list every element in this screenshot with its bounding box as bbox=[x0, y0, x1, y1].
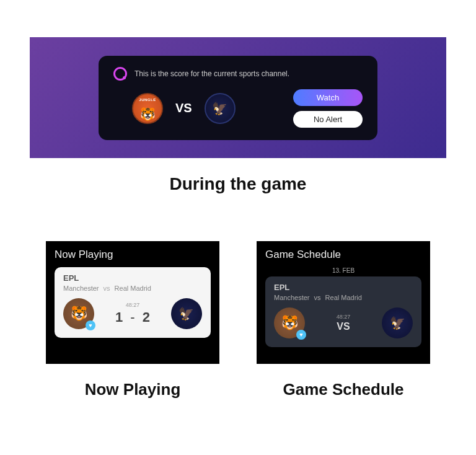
now-playing-panel: Now Playing EPL Manchester vs Real Madri… bbox=[46, 241, 219, 364]
game-schedule-wrap: Game Schedule 13. FEB EPL Manchester vs … bbox=[257, 241, 430, 399]
team-a-name: Manchester bbox=[63, 285, 99, 292]
now-playing-caption: Now Playing bbox=[85, 380, 181, 399]
game-schedule-caption: Game Schedule bbox=[283, 380, 403, 399]
score-row: ♥ 48:27 VS bbox=[274, 307, 413, 338]
team-b-logo-icon bbox=[382, 307, 413, 338]
now-playing-wrap: Now Playing EPL Manchester vs Real Madri… bbox=[46, 241, 219, 399]
schedule-date: 13. FEB bbox=[265, 267, 421, 274]
league-label: EPL bbox=[63, 273, 202, 283]
team-a-name: Manchester bbox=[274, 294, 309, 301]
score-numbers: 1 - 2 bbox=[115, 309, 150, 325]
score-row: ♥ 48:27 1 - 2 bbox=[63, 298, 202, 329]
watch-button[interactable]: Watch bbox=[293, 89, 363, 106]
score-center: 48:27 1 - 2 bbox=[115, 302, 150, 325]
team-b-logo-icon bbox=[171, 298, 202, 329]
match-teams: VS bbox=[132, 93, 236, 124]
match-time: 48:27 bbox=[337, 314, 351, 320]
panels-row: Now Playing EPL Manchester vs Real Madri… bbox=[30, 241, 446, 399]
game-schedule-title: Game Schedule bbox=[265, 249, 421, 261]
team-a-logo-icon bbox=[132, 93, 163, 124]
alert-message: This is the score for the current sports… bbox=[134, 69, 289, 78]
assistant-ring-icon bbox=[113, 67, 127, 81]
teams-line: Manchester vs Real Madrid bbox=[63, 285, 202, 292]
vs-small: vs bbox=[314, 294, 321, 301]
score-dash: - bbox=[130, 309, 134, 325]
sports-alert-banner: This is the score for the current sports… bbox=[30, 37, 446, 158]
vs-small: vs bbox=[104, 285, 110, 292]
now-playing-title: Now Playing bbox=[55, 249, 211, 261]
vs-label: VS bbox=[175, 101, 192, 115]
alert-header: This is the score for the current sports… bbox=[113, 67, 363, 81]
alert-body: VS Watch No Alert bbox=[113, 89, 363, 128]
alert-buttons: Watch No Alert bbox=[293, 89, 363, 128]
game-schedule-panel: Game Schedule 13. FEB EPL Manchester vs … bbox=[257, 241, 430, 364]
score-center: 48:27 VS bbox=[337, 314, 351, 332]
favorite-heart-icon: ♥ bbox=[86, 320, 95, 330]
favorite-heart-icon: ♥ bbox=[296, 330, 306, 340]
now-playing-card[interactable]: EPL Manchester vs Real Madrid ♥ 48:27 1 … bbox=[55, 267, 211, 338]
team-a-logo-icon: ♥ bbox=[274, 307, 305, 338]
game-schedule-card[interactable]: EPL Manchester vs Real Madrid ♥ 48:27 VS bbox=[265, 276, 421, 347]
team-b-logo-icon bbox=[205, 93, 236, 124]
no-alert-button[interactable]: No Alert bbox=[293, 111, 363, 128]
vs-label: VS bbox=[337, 321, 350, 332]
score-b: 2 bbox=[143, 309, 150, 325]
score-a: 1 bbox=[115, 309, 123, 325]
team-b-name: Real Madrid bbox=[325, 294, 362, 301]
team-a-logo-icon: ♥ bbox=[63, 298, 94, 329]
banner-caption: During the game bbox=[30, 174, 446, 194]
match-time: 48:27 bbox=[126, 302, 140, 308]
alert-card: This is the score for the current sports… bbox=[99, 56, 377, 140]
teams-line: Manchester vs Real Madrid bbox=[274, 294, 413, 301]
league-label: EPL bbox=[274, 283, 413, 292]
team-b-name: Real Madrid bbox=[115, 285, 151, 292]
